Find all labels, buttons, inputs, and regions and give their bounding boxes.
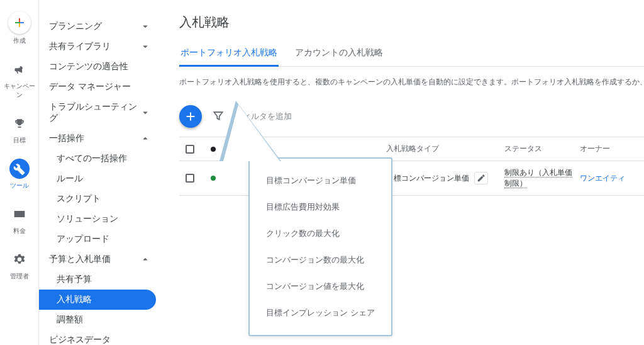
tools-icon: [9, 159, 30, 179]
nav-label: 予算と入札単価: [49, 254, 111, 265]
chevron-up-icon: [140, 133, 151, 144]
nav-business-data[interactable]: ビジネスデータ: [39, 330, 161, 345]
header-status[interactable]: ステータス: [504, 144, 580, 154]
tab-account[interactable]: アカウントの入札戦略: [294, 42, 384, 66]
create-button[interactable]: 作成: [4, 11, 35, 45]
rail-item-tools[interactable]: ツール: [4, 159, 35, 190]
header-owner[interactable]: オーナー: [580, 144, 644, 154]
header-type[interactable]: 入札戦略タイプ: [386, 144, 504, 154]
chevron-down-icon: [140, 107, 151, 118]
nav-shared-library[interactable]: 共有ライブラリ: [39, 37, 161, 57]
billing-label: 料金: [13, 227, 26, 235]
plus-icon: [184, 110, 197, 123]
nav-label: 共有ライブラリ: [49, 41, 111, 52]
create-label: 作成: [13, 37, 26, 45]
cell-type: 目標コンバージョン単価: [386, 173, 469, 184]
select-all-checkbox[interactable]: [186, 145, 194, 154]
page-title: 入札戦略: [179, 14, 644, 31]
nav-uploads[interactable]: アップロード: [39, 229, 161, 249]
campaign-label: キャンペーン: [4, 82, 35, 99]
menu-item-target-impression-share[interactable]: 目標インプレッション シェア: [266, 300, 375, 326]
nav-bulk-all[interactable]: すべての一括操作: [39, 149, 161, 169]
tools-label: ツール: [10, 181, 29, 190]
left-rail: 作成 キャンペーン 目標 ツール 料金 管理者: [0, 0, 39, 345]
nav-label: トラブルシューティング: [49, 101, 140, 124]
menu-item-target-cpa[interactable]: 目標コンバージョン単価: [266, 167, 375, 194]
nav-solutions[interactable]: ソリューション: [39, 209, 161, 229]
cell-status[interactable]: 制限あり（入札単価制限）: [504, 168, 572, 188]
rail-item-campaign[interactable]: キャンペーン: [4, 59, 35, 99]
sidebar: プランニング 共有ライブラリ コンテンツの適合性 データ マネージャー トラブル…: [39, 0, 162, 345]
nav-budget-bidding[interactable]: 予算と入札単価: [39, 249, 161, 269]
row-checkbox[interactable]: [186, 174, 194, 183]
card-icon: [9, 204, 30, 224]
megaphone-icon: [9, 59, 30, 79]
nav-label: プランニング: [49, 21, 102, 32]
nav-bulk-actions[interactable]: 一括操作: [39, 128, 161, 149]
menu-item-target-roas[interactable]: 目標広告費用対効果: [266, 194, 375, 220]
nav-troubleshooting[interactable]: トラブルシューティング: [39, 97, 161, 128]
edit-type-button[interactable]: [474, 172, 488, 184]
info-text: ポートフォリオ入札戦略を使用すると、複数のキャンペーンの入札単価を自動的に設定で…: [179, 77, 644, 88]
trophy-icon: [9, 113, 30, 133]
chevron-down-icon: [140, 21, 151, 32]
nav-rules[interactable]: ルール: [39, 169, 161, 189]
plus-icon: [8, 11, 31, 34]
main-content: 入札戦略 ポートフォリオ入札戦略 アカウントの入札戦略 ポートフォリオ入札戦略を…: [162, 0, 644, 345]
nav-bid-strategies[interactable]: 入札戦略: [39, 290, 156, 310]
pencil-icon: [477, 174, 486, 183]
chevron-up-icon: [140, 254, 151, 265]
cell-owner[interactable]: ワンエイティ: [580, 174, 625, 183]
rail-item-goals[interactable]: 目標: [4, 113, 35, 145]
nav-label: 一括操作: [49, 133, 84, 144]
nav-planning[interactable]: プランニング: [39, 16, 161, 37]
admin-label: 管理者: [10, 272, 29, 281]
tabs: ポートフォリオ入札戦略 アカウントの入札戦略: [179, 42, 644, 67]
gear-icon: [9, 249, 30, 269]
menu-item-max-clicks[interactable]: クリック数の最大化: [266, 220, 375, 247]
tab-portfolio[interactable]: ポートフォリオ入札戦略: [179, 42, 279, 67]
nav-content-suitability[interactable]: コンテンツの適合性: [39, 57, 161, 77]
add-strategy-button[interactable]: [179, 105, 202, 128]
rail-item-billing[interactable]: 料金: [4, 204, 35, 235]
menu-item-max-conversions[interactable]: コンバージョン数の最大化: [266, 247, 375, 273]
bid-strategy-menu: 目標コンバージョン単価 目標広告費用対効果 クリック数の最大化 コンバージョン数…: [199, 101, 392, 336]
nav-data-manager[interactable]: データ マネージャー: [39, 77, 161, 97]
goals-label: 目標: [13, 136, 26, 145]
menu-item-max-conversion-value[interactable]: コンバージョン値を最大化: [266, 273, 375, 300]
nav-shared-budgets[interactable]: 共有予算: [39, 269, 161, 290]
nav-scripts[interactable]: スクリプト: [39, 189, 161, 209]
nav-adjustments[interactable]: 調整額: [39, 310, 161, 330]
rail-item-admin[interactable]: 管理者: [4, 249, 35, 281]
chevron-down-icon: [140, 41, 151, 52]
